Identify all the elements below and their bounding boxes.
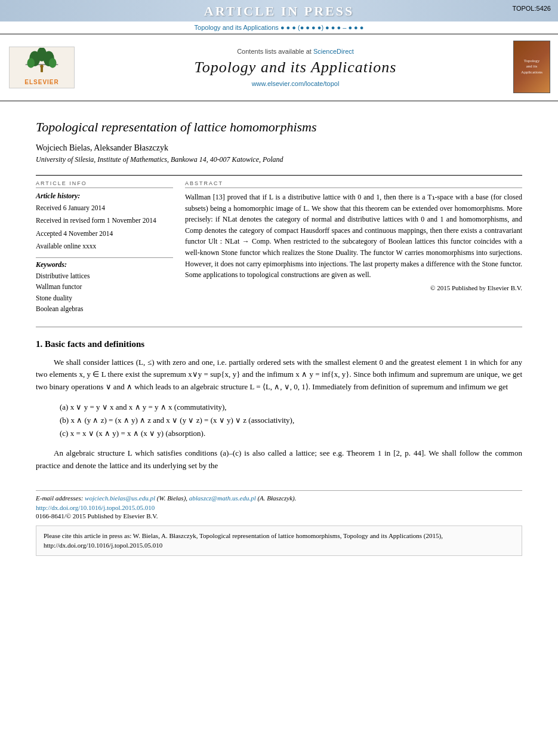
keywords-label: Keywords:	[36, 257, 173, 269]
keyword-4: Boolean algebras	[36, 303, 173, 314]
section-divider	[36, 327, 522, 327]
elsevier-logo: ELSEVIER	[9, 47, 75, 88]
topology-book-cover: Topologyand itsApplications	[513, 41, 550, 93]
copyright: © 2015 Published by Elsevier B.V.	[185, 284, 522, 291]
elsevier-tree-icon	[21, 48, 63, 78]
svg-point-5	[27, 58, 35, 67]
email1-link[interactable]: wojciech.bielas@us.edu.pl	[85, 494, 155, 502]
email-line: E-mail addresses: wojciech.bielas@us.edu…	[36, 494, 522, 502]
email2-link[interactable]: ablaszcz@math.us.edu.pl	[189, 494, 256, 502]
affiliation: University of Silesia, Institute of Math…	[36, 155, 522, 164]
section1-para2: An algebraic structure L which satisfies…	[36, 447, 522, 472]
book-cover-text: Topologyand itsApplications	[521, 59, 542, 75]
elsevier-label: ELSEVIER	[24, 79, 58, 85]
doi-line[interactable]: http://dx.doi.org/10.1016/j.topol.2015.0…	[36, 504, 522, 511]
journal-cover-right: Topologyand itsApplications	[513, 41, 552, 94]
article-title: Topological representation of lattice ho…	[36, 119, 522, 135]
section1-para1: We shall consider lattices (L, ≤) with z…	[36, 357, 522, 394]
article-info-column: ARTICLE INFO Article history: Received 6…	[36, 180, 173, 315]
received1: Received 6 January 2014	[36, 203, 173, 213]
footer-area: E-mail addresses: wojciech.bielas@us.edu…	[36, 490, 522, 520]
journal-header: ELSEVIER Contents lists available at Sci…	[0, 33, 558, 102]
journal-url[interactable]: www.elsevier.com/locate/topol	[84, 80, 507, 87]
article-info-abstract: ARTICLE INFO Article history: Received 6…	[36, 175, 522, 315]
svg-rect-8	[41, 68, 43, 72]
author1-name: W. Bielas	[159, 494, 183, 502]
journal-title: Topology and its Applications	[84, 59, 507, 76]
authors: Wojciech Bielas, Aleksander Błaszczyk	[36, 143, 522, 153]
accepted: Accepted 4 November 2014	[36, 229, 173, 239]
contents-line: Contents lists available at ScienceDirec…	[84, 48, 507, 55]
history-label: Article history:	[36, 192, 173, 201]
article-in-press-banner: ARTICLE IN PRESS TOPOL:5426	[0, 0, 558, 21]
author2-name: A. Błaszczyk	[260, 494, 292, 502]
math-item-b: (b) x ∧ (y ∧ z) = (x ∧ y) ∧ z and x ∨ (y…	[60, 414, 522, 427]
email-label: E-mail addresses:	[36, 494, 83, 502]
section1-heading: 1. Basic facts and definitions	[36, 339, 522, 349]
banner-title: ARTICLE IN PRESS	[204, 4, 354, 19]
contents-label: Contents lists available at	[237, 48, 312, 55]
received2: Received in revised form 1 November 2014	[36, 216, 173, 226]
citation-box: Please cite this article in press as: W.…	[36, 525, 522, 556]
topol-id: TOPOL:5426	[512, 5, 551, 12]
available-online: Available online xxxx	[36, 241, 173, 251]
svg-point-7	[40, 64, 43, 67]
abstract-section-label: ABSTRACT	[185, 180, 522, 188]
issn-line: 0166-8641/© 2015 Published by Elsevier B…	[36, 512, 522, 520]
article-info-section-label: ARTICLE INFO	[36, 180, 173, 188]
svg-point-6	[49, 58, 57, 67]
journal-subtitle: Topology and its Applications ● ● ● (● ●…	[0, 21, 558, 33]
sciencedirect-link[interactable]: ScienceDirect	[313, 48, 354, 55]
abstract-text: Wallman [13] proved that if L is a distr…	[185, 192, 522, 281]
abstract-column: ABSTRACT Wallman [13] proved that if L i…	[185, 180, 522, 315]
keyword-2: Wallman functor	[36, 281, 173, 292]
article-content: Topological representation of lattice ho…	[0, 102, 558, 568]
math-item-c: (c) x = x ∨ (x ∧ y) = x ∧ (x ∨ y) (absor…	[60, 427, 522, 440]
journal-center-info: Contents lists available at ScienceDirec…	[84, 48, 507, 87]
math-item-a: (a) x ∨ y = y ∨ x and x ∧ y = y ∧ x (com…	[60, 401, 522, 414]
elsevier-logo-container: ELSEVIER	[6, 41, 78, 94]
keyword-1: Distributive lattices	[36, 271, 173, 281]
keyword-3: Stone duality	[36, 293, 173, 303]
